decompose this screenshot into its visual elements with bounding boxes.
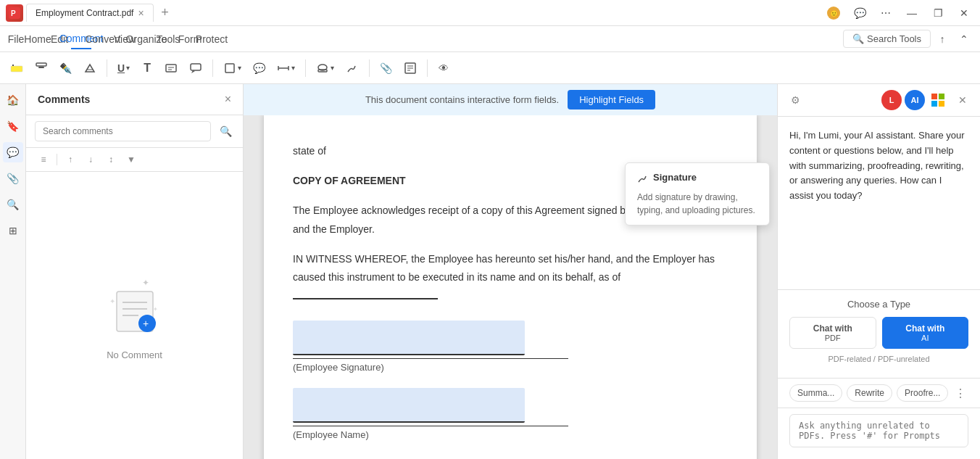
ai-input-area xyxy=(778,408,980,459)
comments-panel-title: Comments xyxy=(38,94,90,105)
ai-type-section: Choose a Type Chat with PDF Chat with AI… xyxy=(778,289,980,378)
show-hide-btn[interactable]: 👁 xyxy=(433,57,454,80)
svg-text:+: + xyxy=(143,318,149,329)
no-comment-illustration: ✦ ✦ ✦ + xyxy=(99,271,171,344)
filter-dropdown-icon[interactable]: ▼ xyxy=(122,151,140,168)
signature-tool-btn[interactable] xyxy=(341,57,363,80)
title-bar-left: P Employment Contract.pdf × + xyxy=(6,4,174,22)
svg-rect-7 xyxy=(38,67,44,68)
upload-btn[interactable]: ↑ xyxy=(932,29,952,49)
sidebar-layers-icon[interactable]: ⊞ xyxy=(3,220,23,241)
sidebar-bookmark-icon[interactable]: 🔖 xyxy=(3,116,23,136)
menu-bar: File Home Edit Comment Convert View Orga… xyxy=(0,26,980,52)
highlight-fields-btn[interactable]: Highlight Fields xyxy=(568,90,655,109)
menu-home[interactable]: Home xyxy=(28,29,48,49)
ai-panel: ⚙ L AI ✕ Hi, I'm Lumi, your AI assistant… xyxy=(777,84,980,459)
chat-with-pdf-btn[interactable]: Chat with PDF xyxy=(789,317,876,349)
pdf-para-state: state of xyxy=(293,142,728,160)
ai-settings-icon[interactable]: ⚙ xyxy=(786,91,804,109)
comments-panel-close[interactable]: × xyxy=(225,93,231,106)
svg-rect-5 xyxy=(12,65,14,66)
menu-organize[interactable]: Organize xyxy=(136,29,157,49)
menu-tools[interactable]: Tools xyxy=(158,29,178,49)
comments-filter-toolbar: ≡ ↑ ↓ ↕ ▼ xyxy=(26,148,243,172)
comments-search-btn[interactable]: 🔍 xyxy=(217,123,234,140)
svg-text:✦: ✦ xyxy=(153,306,158,313)
summa-btn[interactable]: Summa... xyxy=(789,384,842,402)
sidebar-comment-icon[interactable]: 💬 xyxy=(3,142,23,162)
icon-sidebar: 🏠 🔖 💬 📎 🔍 ⊞ xyxy=(0,84,26,459)
more-btn[interactable]: ⋯ xyxy=(876,3,896,23)
filter-sort-asc-icon[interactable]: ↑ xyxy=(62,151,79,168)
menu-protect[interactable]: Protect xyxy=(202,29,222,49)
search-icon: 🔍 xyxy=(852,33,864,44)
filter-list-icon[interactable]: ≡ xyxy=(35,151,52,168)
callout-btn[interactable] xyxy=(185,57,207,80)
measure-btn[interactable]: ▾ xyxy=(273,57,299,80)
svg-rect-13 xyxy=(191,64,201,70)
signature-tooltip-icon xyxy=(637,173,649,185)
underline-btn[interactable]: U▾ xyxy=(113,57,134,80)
employee-name-label: (Employee Name) xyxy=(293,426,728,443)
signature-tooltip-title: Signature xyxy=(653,172,697,183)
restore-btn[interactable]: ❐ xyxy=(928,3,948,23)
eraser-btn[interactable] xyxy=(79,57,101,80)
pen-btn[interactable]: ✒️ xyxy=(55,57,76,80)
ai-header: ⚙ L AI ✕ xyxy=(778,84,980,117)
rewrite-btn[interactable]: Rewrite xyxy=(847,384,892,402)
toolbar: ✒️ U▾ T ▾ 💬 ▾ ▾ 📎 👁 xyxy=(0,52,980,84)
app-logo: P xyxy=(6,4,23,22)
ai-lumi-avatar: L xyxy=(881,90,902,110)
active-tab[interactable]: Employment Contract.pdf × xyxy=(26,4,154,22)
quick-actions-more-btn[interactable]: ⋮ xyxy=(952,384,968,402)
comments-panel-header: Comments × xyxy=(26,84,243,115)
title-bar-actions: 🙂 💬 ⋯ — ❐ ✕ xyxy=(823,3,974,23)
shape-btn[interactable]: ▾ xyxy=(219,57,246,80)
svg-rect-34 xyxy=(931,94,937,99)
svg-rect-36 xyxy=(931,101,937,107)
sidebar-home-icon[interactable]: 🏠 xyxy=(3,90,23,110)
pdf-area: This document contains interactive form … xyxy=(244,84,777,459)
bookmark-btn[interactable] xyxy=(30,57,52,80)
minimize-btn[interactable]: — xyxy=(902,3,922,23)
new-tab-btn[interactable]: + xyxy=(157,4,174,22)
signature-tooltip: Signature Add signature by drawing, typi… xyxy=(625,162,770,226)
employee-name-field[interactable] xyxy=(293,388,525,423)
filter-sort-alt-icon[interactable]: ↕ xyxy=(102,151,120,168)
ai-close-btn[interactable]: ✕ xyxy=(954,91,971,109)
main-layout: 🏠 🔖 💬 📎 🔍 ⊞ Comments × 🔍 ≡ ↑ ↓ ↕ ▼ ✦ xyxy=(0,84,980,459)
attach-btn[interactable]: 📎 xyxy=(375,57,396,80)
collapse-btn[interactable]: ⌃ xyxy=(954,29,974,49)
type-buttons: Chat with PDF Chat with AI xyxy=(789,317,968,349)
close-btn[interactable]: ✕ xyxy=(954,3,974,23)
no-comment-area: ✦ ✦ ✦ + No Comment xyxy=(26,172,243,459)
pdf-notification-bar: This document contains interactive form … xyxy=(244,84,777,115)
sidebar-search-icon[interactable]: 🔍 xyxy=(3,194,23,215)
ai-message-text: Hi, I'm Lumi, your AI assistant. Share y… xyxy=(789,128,968,204)
text-btn[interactable]: T xyxy=(137,57,157,80)
chat-with-ai-btn[interactable]: Chat with AI xyxy=(882,317,969,349)
svg-text:P: P xyxy=(11,9,16,17)
svg-text:✦: ✦ xyxy=(142,278,149,288)
tab-close-btn[interactable]: × xyxy=(138,7,144,19)
ai-input[interactable] xyxy=(789,414,968,447)
comment-bubble-btn[interactable]: 💬 xyxy=(249,57,270,80)
highlight-btn[interactable] xyxy=(6,57,28,80)
comments-search-input[interactable] xyxy=(35,121,211,141)
textbox-btn[interactable] xyxy=(160,57,182,80)
search-tools-btn[interactable]: 🔍 Search Tools xyxy=(843,30,931,48)
sidebar-attach-icon[interactable]: 📎 xyxy=(3,168,23,189)
ai-blue-avatar: AI xyxy=(905,90,925,110)
svg-rect-15 xyxy=(225,64,234,73)
quick-actions: Summa... Rewrite Proofre... ⋮ xyxy=(778,378,980,408)
profile-btn[interactable]: 🙂 xyxy=(823,3,844,23)
employee-signature-field[interactable] xyxy=(293,321,525,355)
proofre-btn[interactable]: Proofre... xyxy=(897,384,948,402)
sticky-note-btn[interactable] xyxy=(399,57,421,80)
filter-sort-desc-icon[interactable]: ↓ xyxy=(82,151,99,168)
stamp-btn[interactable]: ▾ xyxy=(312,57,339,80)
choose-type-label: Choose a Type xyxy=(789,299,968,310)
chat-btn[interactable]: 💬 xyxy=(850,3,870,23)
menu-convert[interactable]: Convert xyxy=(93,29,113,49)
file-menu-btn[interactable]: File xyxy=(6,29,26,49)
